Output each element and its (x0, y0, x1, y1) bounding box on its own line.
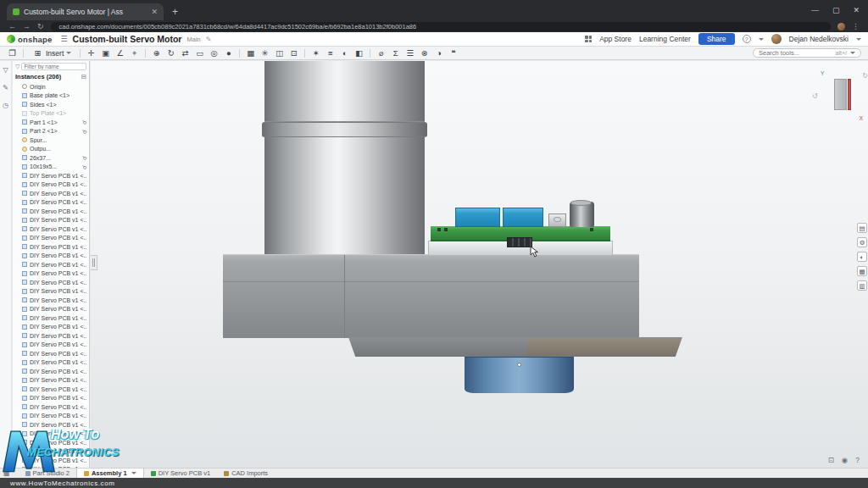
instance-row[interactable]: 26x37...⚲ (13, 153, 89, 163)
instance-row[interactable]: DIY Servo PCB v1 <.. (13, 278, 89, 287)
instance-row[interactable]: DIY Servo PCB v1 <.. (13, 260, 89, 269)
help-icon[interactable]: ? (855, 456, 860, 464)
motor-cylinder-top[interactable] (264, 61, 425, 122)
bom-icon[interactable]: ☰ (404, 47, 415, 58)
display-states-icon[interactable]: ◐ (339, 47, 350, 58)
paste-icon[interactable]: ❐ (7, 47, 18, 58)
mate-relation-icon[interactable]: ∠ (114, 47, 125, 58)
instance-row[interactable]: DIY Servo PCB v1 <.. (13, 180, 89, 190)
snap-mode-icon[interactable]: ⌖ (129, 47, 140, 58)
mate-icon[interactable]: ✛ (86, 47, 97, 58)
instance-row[interactable]: DIY Servo PCB v1 <.. (13, 242, 89, 252)
instance-row[interactable]: Sides <1> (13, 100, 89, 109)
instance-row[interactable]: DIY Servo PCB v1 <.. (13, 189, 89, 198)
browser-profile-icon[interactable] (837, 23, 845, 30)
slider-mate-icon[interactable]: ⇄ (180, 47, 191, 58)
rotate-cw-icon[interactable]: ↻ (862, 72, 868, 80)
mass-properties-icon[interactable]: Σ (390, 47, 401, 58)
documents-panel-icon[interactable]: ▤ (857, 223, 867, 233)
instance-row[interactable]: DIY Servo PCB v1 <.. (13, 269, 89, 279)
filter-rail-icon[interactable]: ▽ (3, 66, 8, 74)
appearance-icon[interactable]: ◑ (433, 47, 444, 58)
search-tools-box[interactable]: alt+/ (753, 48, 861, 58)
app-store-link[interactable]: App Store (599, 35, 632, 43)
instance-row[interactable]: DIY Servo PCB v1 <.. (13, 313, 89, 323)
graphics-area[interactable]: ↺ ↻ Y X ⊡◉? (91, 61, 868, 468)
instance-row[interactable]: DIY Servo PCB v1 <.. (13, 402, 89, 412)
tab-assembly-1[interactable]: Assembly 1 (76, 469, 144, 478)
avatar[interactable] (771, 34, 782, 44)
measure-icon[interactable]: ⌀ (376, 47, 387, 58)
user-caret-icon[interactable] (856, 38, 861, 41)
close-icon[interactable]: ✕ (853, 6, 860, 14)
motor-flange[interactable] (262, 122, 427, 137)
instance-row[interactable]: DIY Servo PCB v1 <.. (13, 305, 89, 314)
group-icon[interactable]: ▣ (100, 47, 111, 58)
fastened-mate-icon[interactable]: ⊕ (151, 47, 162, 58)
instance-row[interactable]: DIY Servo PCB v1 <.. (13, 234, 89, 243)
filter-input[interactable] (21, 63, 86, 70)
search-caret-icon[interactable] (850, 52, 855, 54)
revolute-mate-icon[interactable]: ↻ (165, 47, 176, 58)
instance-row[interactable]: DIY Servo PCB v1 <.. (13, 323, 89, 332)
instance-row[interactable]: DIY Servo PCB v1 <.. (13, 456, 89, 465)
replicate-icon[interactable]: ⊡ (288, 47, 299, 58)
instance-row[interactable]: DIY Servo PCB v1 <.. (13, 376, 89, 385)
search-tools-input[interactable] (759, 49, 832, 57)
named-positions-icon[interactable]: ≡ (325, 47, 336, 58)
instance-row[interactable]: Spur... (13, 136, 89, 145)
collapse-all-icon[interactable]: ⊟ (81, 73, 86, 80)
circular-pattern-icon[interactable]: ✳ (259, 47, 270, 58)
instance-row[interactable]: DIY Servo PCB v1 <.. (13, 225, 89, 234)
terminal-block-2[interactable] (503, 208, 543, 227)
comment-icon[interactable]: ❝ (448, 47, 459, 58)
insert-button[interactable]: ⊞ Insert (29, 47, 75, 59)
instance-row[interactable]: DIY Servo PCB v1 <.. (13, 420, 89, 430)
linear-pattern-icon[interactable]: ▦ (245, 47, 256, 58)
instance-row[interactable]: DIY Servo PCB v1 <.. (13, 287, 89, 297)
instance-row[interactable]: Base plate <1> (13, 92, 89, 101)
mate-connector-dot[interactable] (517, 363, 521, 367)
document-branch[interactable]: Main (186, 36, 200, 43)
configurations-panel-icon[interactable]: ⚙ (857, 237, 867, 247)
instance-row[interactable]: DIY Servo PCB v1 <.. (13, 216, 89, 225)
instance-row[interactable]: DIY Servo PCB v1 <.. (13, 447, 89, 457)
fullscreen-icon[interactable]: ⊡ (828, 456, 834, 464)
instance-row[interactable]: DIY Servo PCB v1 <.. (13, 331, 89, 341)
motor-cylinder-body[interactable] (264, 137, 425, 257)
back-icon[interactable]: ← (8, 22, 16, 30)
minimize-icon[interactable]: — (811, 6, 819, 14)
rotate-ccw-icon[interactable]: ↺ (812, 92, 818, 100)
pin-header-connector[interactable] (507, 237, 532, 247)
instance-row[interactable]: DIY Servo PCB v1 <.. (13, 358, 89, 368)
mirror-icon[interactable]: ◫ (274, 47, 285, 58)
url-field[interactable]: cad.onshape.com/documents/005cb089c2021a… (51, 22, 831, 31)
instance-row[interactable]: DIY Servo PCB v1 <.. (13, 171, 89, 180)
instance-row[interactable]: DIY Servo PCB v1 <.. (13, 385, 89, 394)
instance-row[interactable]: DIY Servo PCB v1 <.. (13, 341, 89, 350)
tab-part-studio-2[interactable]: Part Studio 2 (19, 469, 76, 478)
interference-check-icon[interactable]: ⊗ (419, 47, 430, 58)
instance-row[interactable]: DIY Servo PCB v1 <.. (13, 207, 89, 216)
tab-caret-icon[interactable] (131, 472, 136, 474)
appearance-panel-icon[interactable]: ◐ (857, 252, 867, 262)
maximize-icon[interactable]: ▢ (832, 6, 840, 14)
instance-row[interactable]: Origin (13, 82, 89, 92)
instance-row[interactable]: DIY Servo PCB v1 <.. (13, 394, 89, 403)
instance-row[interactable]: DIY Servo PCB v1 <.. (13, 252, 89, 261)
edit-rail-icon[interactable]: ✎ (3, 84, 8, 92)
reload-icon[interactable]: ↻ (37, 22, 44, 30)
instance-row[interactable]: DIY Servo PCB v1 <.. (13, 296, 89, 305)
instance-row[interactable]: 10x19x5...⚲ (13, 163, 89, 172)
instance-row[interactable]: DIY Servo PCB v1 <.. (13, 198, 89, 208)
share-button[interactable]: Share (698, 33, 735, 45)
tab-cad-imports[interactable]: CAD Imports (217, 469, 275, 478)
forward-icon[interactable]: → (23, 22, 31, 30)
new-tab-icon[interactable]: + (172, 6, 178, 18)
terminal-block-1[interactable] (455, 208, 500, 227)
instance-row[interactable]: DIY Servo PCB v1 <.. (13, 430, 89, 439)
notes-panel-icon[interactable]: ▥ (857, 280, 867, 291)
instance-row[interactable]: Part 1 <1>⚲ (13, 118, 89, 127)
instance-row[interactable]: DIY Servo PCB v1 <.. (13, 349, 89, 358)
section-view-icon[interactable]: ◧ (353, 47, 364, 58)
